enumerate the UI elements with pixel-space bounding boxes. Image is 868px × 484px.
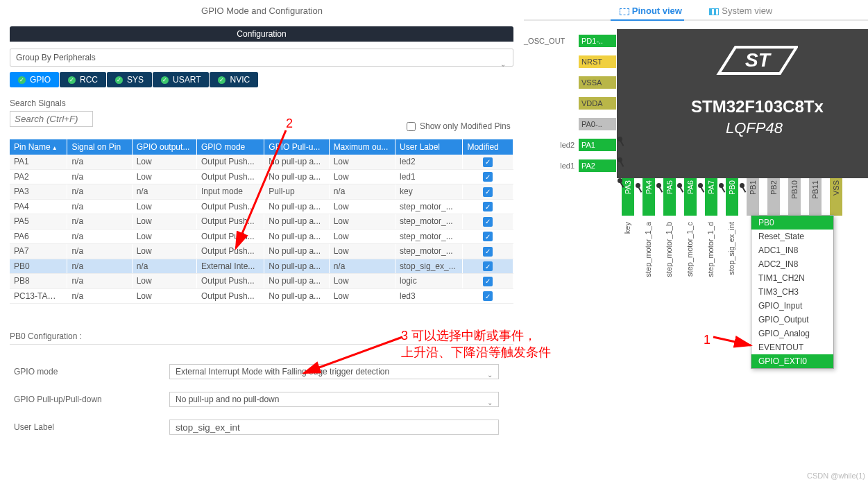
context-header: PB0: [751, 216, 833, 230]
table-row[interactable]: PA3n/an/aInput modePull-upn/akey✓: [10, 184, 513, 200]
check-icon: ✓: [483, 202, 493, 211]
st-logo: ST: [715, 43, 798, 78]
col-header[interactable]: Pin Name▲: [10, 139, 67, 155]
pin-PB2[interactable]: PB2: [767, 178, 780, 216]
pin-VSSA[interactable]: VSSA: [579, 76, 616, 89]
chip-package: LQFP48: [726, 119, 783, 137]
modified-only[interactable]: Show only Modified Pins: [407, 121, 511, 131]
table-row[interactable]: PB0n/an/aExternal Inte...No pull-up a...…: [10, 259, 513, 274]
net-label: stop_sig_ex_int: [727, 222, 735, 275]
check-icon: ✓: [18, 76, 26, 84]
tab-pinout-view[interactable]: Pinout view: [620, 6, 682, 16]
watermark: CSDN @while(1): [807, 472, 865, 480]
osc-out-label: _OSC_OUT: [524, 37, 575, 45]
net-label: step_motor_1_a: [644, 222, 652, 277]
context-item[interactable]: ADC1_IN8: [751, 243, 833, 257]
check-icon: ✓: [483, 247, 493, 257]
check-icon: ✓: [483, 291, 493, 301]
check-icon: ✓: [483, 157, 493, 167]
divider: [524, 19, 868, 21]
check-icon: ✓: [218, 76, 225, 84]
table-row[interactable]: PC13-TAMP...n/aLowOutput Push...No pull-…: [10, 288, 513, 304]
col-header[interactable]: GPIO output...: [132, 139, 196, 155]
config-row: GPIO Pull-up/Pull-downNo pull-up and no …: [10, 392, 513, 407]
annotation-3: 3 可以选择中断或事件， 上升沿、下降沿等触发条件: [401, 327, 551, 361]
config-label: GPIO Pull-up/Pull-down: [10, 395, 169, 404]
config-label: GPIO mode: [10, 367, 169, 377]
chip-partnumber: STM32F103C8Tx: [691, 97, 824, 116]
table-row[interactable]: PA1n/aLowOutput Push...No pull-up a...Lo…: [10, 155, 513, 169]
check-icon: ✓: [483, 187, 493, 197]
table-row[interactable]: PA7n/aLowOutput Push...No pull-up a...Lo…: [10, 244, 513, 259]
pin-PA4[interactable]: PA4: [643, 178, 655, 216]
table-row[interactable]: PA4n/aLowOutput Push...No pull-up a...Lo…: [10, 199, 513, 214]
pin-VSS[interactable]: VSS: [830, 178, 842, 216]
config-select[interactable]: No pull-up and no pull-down⌄: [169, 392, 499, 407]
check-icon: ✓: [115, 76, 123, 84]
table-row[interactable]: PB8n/aLowOutput Push...No pull-up a...Lo…: [10, 274, 513, 289]
gpio-table[interactable]: Pin Name▲Signal on PinGPIO output...GPIO…: [10, 139, 513, 304]
svg-line-3: [713, 337, 751, 345]
peripheral-tab-nvic[interactable]: ✓NVIC: [210, 72, 258, 87]
context-item[interactable]: TIM1_CH2N: [751, 271, 833, 285]
check-icon: ✓: [161, 76, 169, 84]
col-header[interactable]: GPIO mode: [196, 139, 264, 155]
col-header[interactable]: User Label: [395, 139, 462, 155]
pin-PD1-..[interactable]: PD1-..: [579, 35, 616, 47]
pin-config-rows: GPIO modeExternal Interrupt Mode with Fa…: [10, 364, 513, 435]
view-tabs: Pinout view System view: [524, 6, 868, 16]
col-header[interactable]: Modified: [463, 139, 513, 155]
pin-PA5[interactable]: PA5: [663, 178, 676, 216]
pin-context-menu[interactable]: PB0 Reset_StateADC1_IN8ADC2_IN8TIM1_CH2N…: [751, 215, 834, 369]
active-underline: [611, 19, 684, 21]
config-row: User Label: [10, 420, 513, 435]
group-select-value: Group By Peripherals: [16, 53, 96, 62]
pin-PA7[interactable]: PA7: [705, 178, 717, 216]
peripheral-tab-sys[interactable]: ✓SYS: [107, 72, 152, 87]
col-header[interactable]: Signal on Pin: [67, 139, 132, 155]
table-row[interactable]: PA2n/aLowOutput Push...No pull-up a...Lo…: [10, 169, 513, 184]
col-header[interactable]: Maximum ou...: [329, 139, 395, 155]
check-icon: ✓: [68, 76, 76, 84]
peripheral-tab-rcc[interactable]: ✓RCC: [60, 72, 106, 87]
pin-PA0-..[interactable]: PA0-..: [579, 118, 616, 130]
system-icon: [709, 8, 719, 15]
net-label: key: [623, 222, 631, 234]
table-row[interactable]: PA6n/aLowOutput Push...No pull-up a...Lo…: [10, 229, 513, 244]
config-label: User Label: [10, 422, 169, 432]
context-item[interactable]: Reset_State: [751, 230, 833, 243]
context-item[interactable]: ADC2_IN8: [751, 257, 833, 271]
group-select[interactable]: Group By Peripherals ⌄: [10, 49, 513, 67]
check-icon: ✓: [483, 217, 493, 227]
pin-PB10[interactable]: PB10: [788, 178, 801, 216]
tab-system-view[interactable]: System view: [709, 6, 772, 16]
context-item[interactable]: GPIO_Input: [751, 299, 833, 313]
pin-PB11[interactable]: PB11: [809, 178, 822, 216]
check-icon: ✓: [483, 261, 493, 271]
table-row[interactable]: PA5n/aLowOutput Push...No pull-up a...Lo…: [10, 214, 513, 230]
pin-PA3[interactable]: PA3: [622, 178, 634, 216]
context-item[interactable]: EVENTOUT: [751, 340, 833, 354]
search-input[interactable]: [10, 111, 93, 127]
peripheral-tab-usart[interactable]: ✓USART: [153, 72, 209, 87]
context-item[interactable]: TIM3_CH3: [751, 285, 833, 299]
pin-NRST[interactable]: NRST: [579, 55, 616, 68]
pin-PB0[interactable]: PB0: [726, 178, 738, 216]
pin-VDDA[interactable]: VDDA: [579, 97, 616, 110]
context-item[interactable]: GPIO_EXTI0: [751, 354, 833, 368]
configuration-bar: Configuration: [10, 26, 513, 42]
config-input[interactable]: [169, 420, 499, 435]
context-item[interactable]: GPIO_Output: [751, 313, 833, 327]
net-label: step_motor_1_b: [665, 222, 673, 277]
net-label: led2: [533, 141, 575, 149]
config-select[interactable]: External Interrupt Mode with Falling edg…: [169, 364, 499, 379]
modified-only-checkbox[interactable]: [407, 122, 416, 131]
pin-PA6[interactable]: PA6: [684, 178, 697, 216]
pin-PA1[interactable]: PA1: [579, 139, 616, 151]
col-header[interactable]: GPIO Pull-u...: [264, 139, 329, 155]
peripheral-tab-gpio[interactable]: ✓GPIO: [10, 72, 59, 87]
pin-PB1[interactable]: PB1: [747, 178, 759, 216]
pin-PA2[interactable]: PA2: [579, 159, 616, 172]
config-row: GPIO modeExternal Interrupt Mode with Fa…: [10, 364, 513, 379]
context-item[interactable]: GPIO_Analog: [751, 327, 833, 340]
